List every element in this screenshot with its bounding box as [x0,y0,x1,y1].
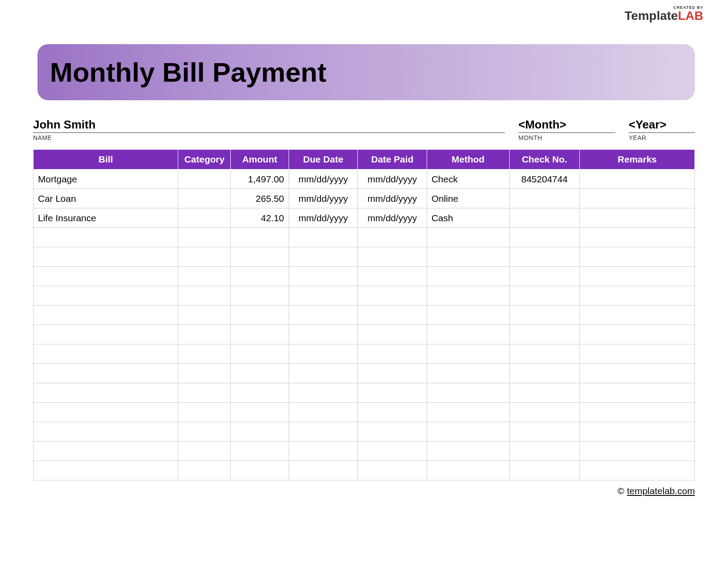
cell-date-paid[interactable] [358,228,427,247]
cell-due-date[interactable] [289,403,358,422]
cell-amount[interactable] [231,442,289,461]
cell-check-no[interactable] [509,325,580,344]
cell-amount[interactable]: 265.50 [231,189,289,208]
cell-method[interactable] [427,383,509,403]
cell-date-paid[interactable] [358,461,427,480]
cell-check-no[interactable] [509,383,580,403]
cell-amount[interactable] [231,306,289,325]
cell-remarks[interactable] [580,461,695,480]
cell-amount[interactable] [231,461,289,480]
cell-method[interactable] [427,442,509,461]
cell-method[interactable]: Check [427,170,509,189]
cell-amount[interactable] [231,422,289,442]
cell-category[interactable] [178,364,231,383]
cell-method[interactable] [427,422,509,442]
cell-check-no[interactable]: 845204744 [509,170,580,189]
cell-bill[interactable]: Mortgage [34,170,178,189]
cell-category[interactable] [178,383,231,403]
cell-method[interactable] [427,247,509,267]
cell-due-date[interactable] [289,344,358,364]
cell-bill[interactable] [34,442,178,461]
cell-category[interactable] [178,461,231,480]
cell-check-no[interactable] [509,247,580,267]
cell-category[interactable] [178,208,231,228]
cell-category[interactable] [178,344,231,364]
cell-remarks[interactable] [580,306,695,325]
cell-remarks[interactable] [580,286,695,306]
cell-category[interactable] [178,403,231,422]
cell-check-no[interactable] [509,461,580,480]
cell-bill[interactable]: Life Insurance [34,208,178,228]
cell-check-no[interactable] [509,306,580,325]
cell-bill[interactable] [34,228,178,247]
footer-link[interactable]: templatelab.com [627,486,695,496]
cell-category[interactable] [178,442,231,461]
cell-date-paid[interactable] [358,306,427,325]
cell-amount[interactable] [231,383,289,403]
cell-category[interactable] [178,247,231,267]
cell-bill[interactable] [34,383,178,403]
cell-category[interactable] [178,228,231,247]
cell-date-paid[interactable]: mm/dd/yyyy [358,170,427,189]
cell-bill[interactable]: Car Loan [34,189,178,208]
cell-check-no[interactable] [509,208,580,228]
cell-date-paid[interactable] [358,442,427,461]
cell-due-date[interactable] [289,383,358,403]
name-value[interactable]: John Smith [33,118,505,133]
cell-bill[interactable] [34,364,178,383]
cell-category[interactable] [178,189,231,208]
cell-category[interactable] [178,325,231,344]
cell-remarks[interactable] [580,383,695,403]
cell-due-date[interactable] [289,442,358,461]
cell-check-no[interactable] [509,228,580,247]
cell-amount[interactable] [231,403,289,422]
cell-method[interactable]: Cash [427,208,509,228]
cell-amount[interactable] [231,364,289,383]
cell-check-no[interactable] [509,344,580,364]
cell-method[interactable] [427,364,509,383]
cell-remarks[interactable] [580,228,695,247]
cell-bill[interactable] [34,461,178,480]
cell-remarks[interactable] [580,208,695,228]
year-value[interactable]: <Year> [629,118,695,133]
cell-amount[interactable] [231,325,289,344]
cell-bill[interactable] [34,286,178,306]
cell-date-paid[interactable] [358,247,427,267]
cell-date-paid[interactable] [358,383,427,403]
cell-due-date[interactable] [289,364,358,383]
cell-remarks[interactable] [580,403,695,422]
cell-due-date[interactable] [289,422,358,442]
cell-method[interactable] [427,461,509,480]
cell-check-no[interactable] [509,403,580,422]
cell-method[interactable] [427,306,509,325]
cell-bill[interactable] [34,344,178,364]
cell-amount[interactable] [231,286,289,306]
cell-due-date[interactable] [289,286,358,306]
cell-due-date[interactable] [289,461,358,480]
cell-bill[interactable] [34,267,178,286]
cell-method[interactable] [427,267,509,286]
cell-check-no[interactable] [509,422,580,442]
cell-remarks[interactable] [580,325,695,344]
cell-amount[interactable] [231,267,289,286]
cell-bill[interactable] [34,325,178,344]
cell-due-date[interactable] [289,325,358,344]
cell-bill[interactable] [34,403,178,422]
cell-method[interactable] [427,228,509,247]
cell-amount[interactable] [231,344,289,364]
cell-date-paid[interactable]: mm/dd/yyyy [358,208,427,228]
cell-bill[interactable] [34,422,178,442]
cell-category[interactable] [178,267,231,286]
cell-date-paid[interactable] [358,364,427,383]
cell-due-date[interactable] [289,306,358,325]
cell-date-paid[interactable] [358,286,427,306]
cell-category[interactable] [178,306,231,325]
cell-remarks[interactable] [580,422,695,442]
cell-method[interactable] [427,325,509,344]
cell-remarks[interactable] [580,189,695,208]
cell-remarks[interactable] [580,442,695,461]
cell-check-no[interactable] [509,189,580,208]
cell-check-no[interactable] [509,267,580,286]
cell-category[interactable] [178,170,231,189]
cell-method[interactable] [427,344,509,364]
